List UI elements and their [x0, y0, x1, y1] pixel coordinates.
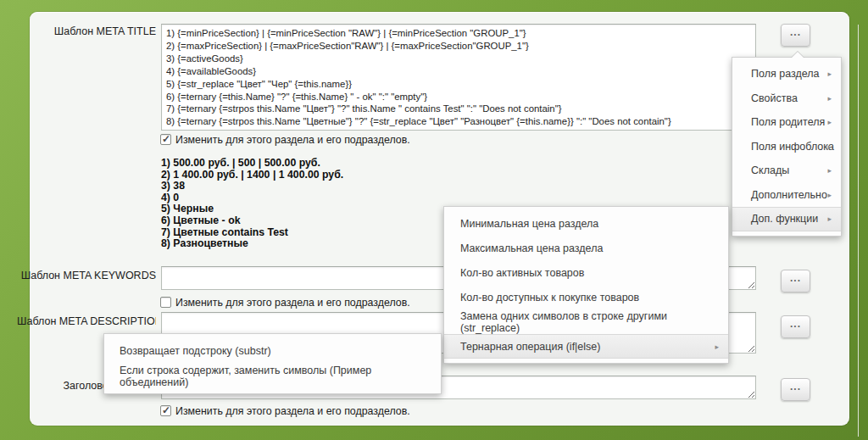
panel-inner-divider — [858, 25, 859, 437]
menu-item-additional[interactable]: Дополнительно ▸ — [732, 183, 841, 208]
menu-item-available-goods-count[interactable]: Кол-во доступных к покупке товаров — [444, 285, 728, 309]
apply-subsections-label: Изменить для этого раздела и его подразд… — [175, 134, 410, 146]
menu-notch — [792, 52, 804, 58]
menu-item-min-price[interactable]: Минимальная цена раздела — [444, 211, 728, 236]
menu-item-str-replace[interactable]: Замена одних символов в строке другими (… — [444, 309, 728, 334]
extra-functions-submenu: Минимальная цена раздела Максимальная це… — [443, 206, 729, 364]
meta-keywords-more-button[interactable]: ... — [781, 270, 810, 292]
menu-item-max-price[interactable]: Максимальная цена раздела — [444, 236, 728, 260]
menu-item-warehouses[interactable]: Склады ▸ — [732, 159, 841, 183]
menu-item-section-fields[interactable]: Поля раздела ▸ — [732, 62, 841, 86]
submenu-arrow-icon: ▸ — [827, 191, 832, 198]
menu-item-if-contains-replace[interactable]: Если строка содержит, заменить символы (… — [104, 364, 441, 389]
menu-item-parent-fields[interactable]: Поля родителя ▸ — [732, 110, 841, 135]
preview-line: 8) Разноцветные — [161, 238, 343, 250]
menu-item-properties[interactable]: Свойства ▸ — [732, 86, 841, 111]
submenu-arrow-icon: ▸ — [827, 167, 832, 175]
preview-line: 3) 38 — [161, 181, 343, 192]
template-fields-menu: Поля раздела ▸ Свойства ▸ Поля родителя … — [732, 57, 842, 237]
menu-item-extra-functions[interactable]: Доп. функции ▸ — [732, 207, 841, 231]
seo-template-page: Шаблон META TITLE 1) {=minPriceSection} … — [0, 0, 868, 440]
meta-title-label: Шаблон META TITLE — [17, 25, 156, 37]
preview-line: 4) 0 — [161, 192, 343, 204]
submenu-arrow-icon: ▸ — [827, 94, 832, 102]
section-title-more-button[interactable]: ... — [781, 378, 810, 401]
submenu-arrow-icon: ▸ — [827, 70, 832, 78]
meta-keywords-label: Шаблон META KEYWORDS — [17, 270, 156, 281]
submenu-arrow-icon: ▸ — [827, 215, 832, 223]
meta-title-template-input[interactable]: 1) {=minPriceSection} | {=minPriceSectio… — [161, 24, 756, 131]
checkbox-row-section-title: Изменить для этого раздела и его подразд… — [160, 404, 410, 417]
meta-description-more-button[interactable]: ... — [781, 315, 810, 338]
submenu-arrow-icon: ▸ — [827, 142, 832, 150]
menu-item-active-goods-count[interactable]: Кол-во активных товаров — [444, 260, 728, 285]
checkbox-row-meta-keywords: Изменить для этого раздела и его подразд… — [160, 296, 410, 309]
preview-line: 5) Черные — [161, 203, 343, 215]
menu-item-ternary-operation[interactable]: Тернарная операция (if|else) ▸ — [444, 334, 728, 359]
apply-subsections-label: Изменить для этого раздела и его подразд… — [175, 405, 410, 417]
submenu-arrow-icon: ▸ — [715, 343, 719, 350]
menu-item-infoblock-fields[interactable]: Поля инфоблока ▸ — [732, 135, 841, 159]
submenu-arrow-icon: ▸ — [827, 119, 832, 126]
template-preview-results: 1) 500.00 руб. | 500 | 500.00 руб. 2) 1 … — [161, 158, 343, 250]
apply-subsections-checkbox-meta-title[interactable] — [160, 134, 171, 145]
ternary-submenu: Возвращает подстроку (substr) Если строк… — [103, 333, 442, 394]
meta-description-label: Шаблон META DESCRIPTION — [17, 315, 156, 327]
preview-line: 7) Цветные contains Test — [161, 227, 343, 239]
menu-item-substr[interactable]: Возвращает подстроку (substr) — [104, 338, 441, 364]
preview-line: 2) 1 400.00 руб. | 1400 | 1 400.00 руб. — [161, 170, 343, 181]
preview-line: 6) Цветные - ok — [161, 215, 343, 227]
apply-subsections-label: Изменить для этого раздела и его подразд… — [175, 297, 410, 309]
meta-title-more-button[interactable]: ... — [781, 24, 810, 47]
preview-line: 1) 500.00 руб. | 500 | 500.00 руб. — [161, 158, 343, 170]
apply-subsections-checkbox-section-title[interactable] — [160, 405, 171, 416]
apply-subsections-checkbox-meta-keywords[interactable] — [160, 297, 171, 308]
checkbox-row-meta-title: Изменить для этого раздела и его подразд… — [160, 133, 410, 146]
